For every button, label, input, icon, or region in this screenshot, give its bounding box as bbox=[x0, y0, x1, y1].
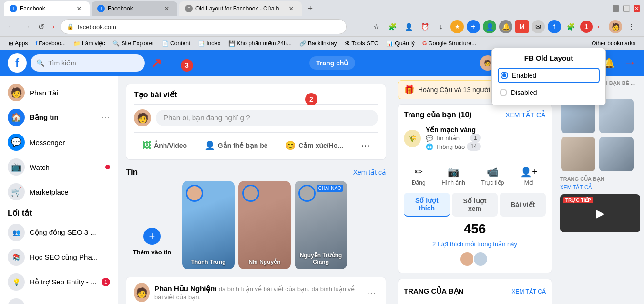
news-post-name[interactable]: Phan Hữu Nghiệm bbox=[154, 284, 217, 293]
account-icon[interactable]: 👤 bbox=[402, 20, 415, 33]
download-icon[interactable]: ↓ bbox=[434, 20, 448, 33]
friend-thumb-3[interactable] bbox=[561, 137, 595, 171]
ext-fb-blue[interactable]: f bbox=[548, 20, 561, 33]
extension-puzzle-icon[interactable]: 🧩 bbox=[386, 20, 399, 33]
tab-close-3[interactable]: ✕ bbox=[286, 4, 296, 13]
url-bar[interactable]: 🔒 facebook.com bbox=[61, 19, 347, 34]
tab-title-2: Facebook bbox=[108, 5, 159, 12]
friend-thumb-4[interactable] bbox=[599, 137, 634, 171]
bookmark-index[interactable]: 📑 Index bbox=[195, 39, 223, 48]
ext-user-avatar[interactable]: 🧑 bbox=[609, 20, 622, 33]
stat-sub-text[interactable]: 2 lượt thích mới trong tuần này bbox=[404, 241, 546, 248]
bookmark-content[interactable]: 📄 Content bbox=[159, 39, 193, 48]
stories-header: Tin Xem tất cả bbox=[126, 168, 386, 177]
close-button[interactable]: ✕ bbox=[634, 5, 640, 12]
stat-number: 456 bbox=[404, 221, 546, 237]
dang-action[interactable]: ✏ Đăng bbox=[406, 163, 431, 189]
create-photo-action[interactable]: 🖼 Ảnh/Video bbox=[137, 138, 193, 154]
sidebar-item-watch[interactable]: 📺 Watch bbox=[4, 155, 114, 179]
dang-label: Đăng bbox=[412, 179, 426, 186]
bai-viet-tab[interactable]: Bài viết bbox=[500, 193, 546, 217]
fb-search-bar[interactable]: 🔍 bbox=[31, 54, 145, 72]
bookmark-quanly[interactable]: 📊 Quản lý bbox=[383, 39, 418, 48]
so-luot-thich-tab[interactable]: Số lượt thích bbox=[404, 193, 450, 217]
other-bookmarks[interactable]: Other bookmarks bbox=[589, 39, 638, 48]
truc-tiep-action[interactable]: 📹 Trực tiếp bbox=[476, 163, 510, 189]
hinh-anh-icon: 📷 bbox=[448, 166, 460, 178]
back-button[interactable]: ← bbox=[6, 21, 17, 33]
bookmark-khophm[interactable]: 💾 Kho phần mềm 24h... bbox=[225, 39, 295, 48]
sidebar-item-messenger[interactable]: 💬 Messenger bbox=[4, 130, 114, 155]
bookmark-backlinktay[interactable]: 🔗 Backlinktay bbox=[296, 39, 340, 48]
ext-blue-plus[interactable]: + bbox=[467, 20, 480, 33]
ext-puzzle[interactable]: 🧩 bbox=[564, 20, 577, 33]
story-card-1[interactable]: Thành Trung bbox=[182, 181, 235, 269]
create-feeling-action[interactable]: 😊 Cảm xúc/Ho... bbox=[279, 137, 349, 154]
create-post-input[interactable]: Phan ơi, bạn đang nghĩ gì? bbox=[156, 110, 378, 126]
pages-see-all[interactable]: XEM TẤT CẢ bbox=[505, 111, 546, 119]
stories-see-all[interactable]: Xem tất cả bbox=[353, 168, 386, 176]
tab-facebook-2[interactable]: f Facebook ✕ bbox=[92, 1, 177, 16]
bookmark-apps[interactable]: ⊞ Apps bbox=[6, 39, 31, 48]
browser-chrome: f Facebook ✕ f Facebook ✕ F Old Layout f… bbox=[0, 0, 644, 50]
tab-close-1[interactable]: ✕ bbox=[74, 4, 84, 13]
forward-button[interactable]: → bbox=[21, 21, 32, 33]
shortcut-2[interactable]: 📚 Học SEO cùng Pha... bbox=[4, 245, 114, 270]
create-more-action[interactable]: ⋯ bbox=[355, 137, 375, 154]
story-add-card[interactable]: + Thêm vào tin bbox=[126, 181, 178, 269]
ext-person[interactable]: 👤 bbox=[483, 20, 496, 33]
create-tag-action[interactable]: 👤 Gắn thẻ bạn bè bbox=[199, 137, 274, 154]
maximize-button[interactable]: ⬜ bbox=[623, 5, 630, 12]
photo-label: Ảnh/Video bbox=[154, 142, 187, 149]
tab-old-layout[interactable]: F Old Layout for Facebook - Cửa h... ✕ bbox=[179, 1, 302, 16]
news-post-more-icon[interactable]: ⋯ bbox=[365, 285, 378, 300]
tab-close-2[interactable]: ✕ bbox=[162, 4, 172, 13]
history-icon[interactable]: ⏰ bbox=[418, 20, 431, 33]
fb-logo[interactable]: f bbox=[8, 53, 27, 73]
sidebar-item-bangstin[interactable]: 🏠 Bảng tin ⋯ bbox=[4, 105, 114, 130]
bangtin-more[interactable]: ⋯ bbox=[102, 112, 110, 123]
story-card-2[interactable]: Nhi Nguyễn bbox=[238, 181, 291, 269]
home-button[interactable]: Trang chủ bbox=[309, 56, 355, 70]
popup-enabled-option[interactable]: Enabled bbox=[498, 68, 600, 83]
bookmark-google[interactable]: G Google Structure... bbox=[419, 39, 479, 48]
bookmark-siteexplorer[interactable]: 🔍 Site Explorer bbox=[110, 39, 157, 48]
video-play-icon[interactable]: ▶ bbox=[596, 207, 604, 220]
feeling-icon: 😊 bbox=[285, 140, 296, 151]
story-card-3[interactable]: CHAI NÀO Nguyễn Trường Giang bbox=[295, 181, 347, 269]
bookmark-lamviec[interactable]: 📁 Làm việc bbox=[71, 39, 108, 48]
sidebar-user-item[interactable]: 🧑 Phan Tài bbox=[4, 80, 114, 105]
ext-email[interactable]: ✉ bbox=[532, 20, 545, 33]
shortcut-3[interactable]: 💡 Hỗ trợ Seo Entity - ... 1 bbox=[4, 270, 114, 294]
far-right-see-all[interactable]: XEM TẤT CẢ bbox=[560, 184, 640, 190]
backlinkaz-item[interactable]: B BacklinkAZ - Dịch v... 9 bbox=[404, 302, 546, 304]
popup-disabled-option[interactable]: Disabled bbox=[498, 86, 600, 99]
shortcut-4-icon: 📰 bbox=[8, 298, 25, 304]
new-tab-button[interactable]: + bbox=[304, 2, 317, 16]
ext-bell[interactable]: 🔔 bbox=[499, 20, 512, 33]
more-menu-icon[interactable]: ⋮ bbox=[625, 20, 638, 33]
trang-xem-tat-ca[interactable]: XEM TẤT CẢ bbox=[511, 288, 546, 295]
bookmark-facebook[interactable]: f Faceboo... bbox=[32, 39, 69, 48]
ext-yellow[interactable]: ★ bbox=[450, 20, 464, 33]
moi-action[interactable]: 👤+ Mời bbox=[514, 163, 543, 189]
page-item-1[interactable]: 🌾 Yến mạch vàng 💬 Tin nhắn 1 🌐 Thông báo… bbox=[404, 123, 546, 154]
index-icon: 📑 bbox=[198, 40, 205, 47]
hinh-anh-action[interactable]: 📷 Hình ảnh bbox=[436, 163, 471, 189]
tab-title-3: Old Layout for Facebook - Cửa h... bbox=[195, 5, 284, 12]
star-icon[interactable]: ☆ bbox=[369, 20, 383, 33]
news-post-action: đã bình luận về bài viết của bạn. bbox=[219, 285, 310, 293]
step-2-circle: 2 bbox=[305, 93, 317, 105]
shortcut-4[interactable]: 📰 Tin tức 24h, tin tức ... bbox=[4, 294, 114, 304]
search-input[interactable] bbox=[48, 59, 124, 67]
far-right-title-bottom: TRANG CỦA BẠN bbox=[560, 176, 640, 182]
minimize-button[interactable]: — bbox=[613, 5, 619, 12]
tab-facebook-1[interactable]: f Facebook ✕ bbox=[4, 1, 90, 16]
bookmark-toolsseo[interactable]: 🛠 Tools SEO bbox=[342, 39, 382, 48]
ext-gmail[interactable]: M bbox=[515, 20, 529, 33]
tab-favicon-3: F bbox=[185, 5, 193, 12]
sidebar-item-marketplace[interactable]: 🛒 Marketplace bbox=[4, 179, 114, 204]
reload-button[interactable]: ↺ bbox=[36, 21, 46, 33]
so-luot-xem-tab[interactable]: Số lượt xem bbox=[452, 193, 498, 217]
shortcut-1[interactable]: 👥 Cộng đồng SEO 3 ... bbox=[4, 220, 114, 245]
